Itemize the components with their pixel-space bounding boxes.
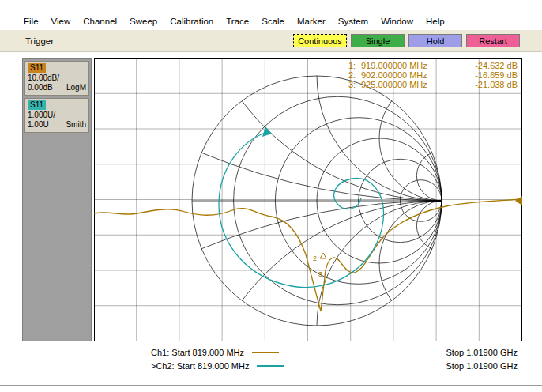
trace1-name-chip: S11	[28, 63, 46, 73]
menu-scale[interactable]: Scale	[255, 16, 291, 27]
ch2-label-row: >Ch2: Start 819.000 MHz Stop 1.01900 GHz	[94, 359, 522, 372]
marker-readout-row-1: 1: 919.000000 MHz -24.632 dB	[348, 61, 518, 70]
channel-labels: Ch1: Start 819.000 MHz Stop 1.01900 GHz …	[94, 341, 522, 372]
menu-calibration[interactable]: Calibration	[164, 16, 220, 27]
menu-channel[interactable]: Channel	[77, 16, 123, 27]
trace2-status-box[interactable]: S11 1.000U/ 1.00U Smith	[24, 98, 89, 133]
footer-divider	[0, 385, 542, 386]
plot-area: 2 3 1: 919.000000 MHz -24.632 dB 2: 902.…	[94, 58, 522, 341]
trace2-ref: 1.00U	[28, 120, 49, 130]
menu-bar: File View Channel Sweep Calibration Trac…	[0, 0, 542, 30]
marker-readout: 1: 919.000000 MHz -24.632 dB 2: 902.0000…	[348, 61, 518, 89]
restart-button[interactable]: Restart	[466, 34, 520, 47]
ch1-label-row: Ch1: Start 819.000 MHz Stop 1.01900 GHz	[94, 345, 522, 359]
trace1-scale: 10.00dB/	[28, 74, 86, 83]
menu-trace[interactable]: Trace	[220, 16, 255, 27]
menu-system[interactable]: System	[332, 16, 375, 27]
ch2-start-label: >Ch2: Start 819.000 MHz	[151, 361, 249, 371]
marker1-index: 1:	[348, 61, 361, 70]
hold-button[interactable]: Hold	[408, 34, 462, 47]
plot-column: 2 3 1: 919.000000 MHz -24.632 dB 2: 902.…	[94, 58, 522, 372]
marker3-number[interactable]: 3	[318, 270, 322, 278]
trace-status-sidebar: S11 10.00dB/ 0.00dB LogM S11 1.000U/ 1.0…	[22, 58, 92, 341]
marker1-value: -24.632 dB	[475, 61, 518, 70]
marker2-frequency: 902.000000 MHz	[361, 70, 427, 80]
menu-sweep[interactable]: Sweep	[123, 16, 164, 27]
marker-readout-row-3: 3: 925.000000 MHz -21.038 dB	[348, 80, 518, 89]
trigger-toolbar-label: Trigger	[0, 36, 54, 46]
marker3-value: -21.038 dB	[475, 80, 518, 89]
trigger-buttons: Continuous Single Hold Restart	[293, 34, 520, 47]
marker2-number[interactable]: 2	[313, 254, 317, 262]
trace2-name-chip: S11	[28, 100, 46, 110]
trace1-ref: 0.00dB	[28, 83, 53, 92]
marker3-frequency: 925.000000 MHz	[361, 80, 427, 89]
menu-marker[interactable]: Marker	[291, 16, 332, 27]
menu-help[interactable]: Help	[420, 16, 451, 27]
graticule-svg: 2 3	[94, 58, 522, 341]
marker1-frequency: 919.000000 MHz	[361, 61, 427, 70]
menu-file[interactable]: File	[17, 16, 45, 27]
trace2-scale: 1.000U/	[28, 111, 86, 120]
marker2-value: -16.659 dB	[475, 70, 518, 80]
marker2-index: 2:	[348, 70, 361, 80]
menu-view[interactable]: View	[45, 16, 77, 27]
ch2-trace-color-swatch	[257, 365, 284, 367]
trace1-status-box[interactable]: S11 10.00dB/ 0.00dB LogM	[24, 61, 89, 96]
trace2-format: Smith	[66, 120, 86, 130]
ch1-stop-label: Stop 1.01900 GHz	[446, 348, 518, 357]
ch1-trace-color-swatch	[252, 352, 279, 353]
ch2-stop-label: Stop 1.01900 GHz	[446, 361, 518, 371]
marker-readout-row-2: 2: 902.000000 MHz -16.659 dB	[348, 70, 518, 80]
trace1-format: LogM	[66, 83, 86, 92]
menu-window[interactable]: Window	[375, 16, 420, 27]
network-analyzer-window: File View Channel Sweep Calibration Trac…	[0, 0, 542, 392]
ch1-start-label: Ch1: Start 819.000 MHz	[151, 348, 244, 357]
main-area: S11 10.00dB/ 0.00dB LogM S11 1.000U/ 1.0…	[22, 58, 542, 372]
continuous-button[interactable]: Continuous	[293, 34, 347, 47]
marker3-index: 3:	[348, 80, 361, 89]
trigger-toolbar: Trigger Continuous Single Hold Restart	[0, 30, 542, 52]
single-button[interactable]: Single	[351, 34, 405, 47]
